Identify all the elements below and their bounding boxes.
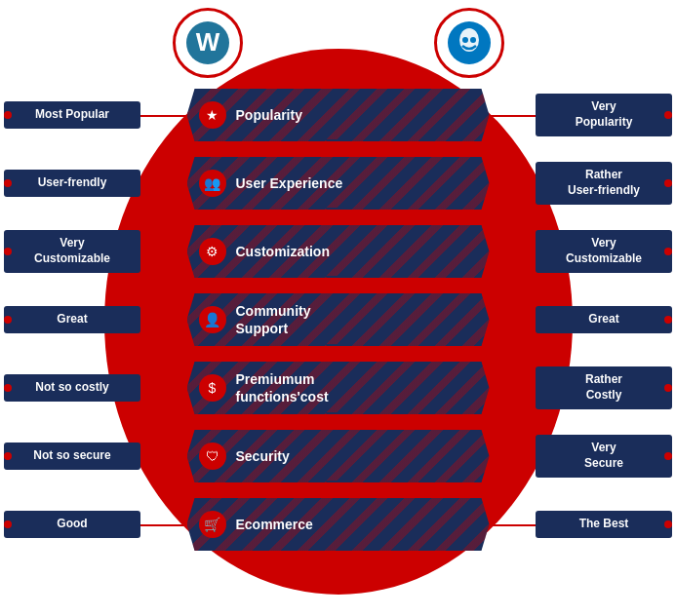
band-icon-user-experience: 👥: [199, 170, 226, 197]
dot-right-security: [664, 452, 672, 460]
band-icon-ecommerce: 🛒: [199, 511, 226, 538]
center-band-popularity: ★Popularity: [187, 89, 490, 141]
left-label-premium-cost: Not so costly: [4, 374, 140, 402]
comparison-row-community-support: GreatGreat👤CommunitySupport: [0, 288, 676, 352]
band-icon-community-support: 👤: [199, 306, 226, 333]
dot-right-user-experience: [664, 179, 672, 187]
arrow-down-community-support: [325, 344, 352, 356]
comparison-row-customization: VeryCustomizableVeryCustomizable⚙Customi…: [0, 219, 676, 284]
band-label-ecommerce: Ecommerce: [236, 516, 313, 533]
band-icon-popularity: ★: [199, 101, 226, 129]
right-label-user-experience: RatherUser-friendly: [536, 162, 672, 204]
dot-left-premium-cost: [4, 384, 12, 392]
center-band-user-experience: 👥User Experience: [187, 157, 490, 210]
left-label-customization: VeryCustomizable: [4, 230, 140, 272]
right-label-customization: VeryCustomizable: [536, 230, 672, 272]
band-icon-customization: ⚙: [199, 238, 226, 265]
left-label-popularity: Most Popular: [4, 101, 140, 129]
center-band-security: 🛡Security: [187, 430, 490, 482]
dot-left-user-experience: [4, 179, 12, 187]
dot-left-customization: [4, 248, 12, 255]
dot-right-customization: [664, 248, 672, 255]
right-label-community-support: Great: [536, 306, 672, 333]
dot-left-ecommerce: [4, 520, 12, 528]
rows-container: Most PopularVeryPopularity★PopularityUse…: [0, 83, 676, 557]
band-label-customization: Customization: [236, 243, 330, 260]
left-label-community-support: Great: [4, 306, 140, 333]
wordpress-logo: W: [173, 8, 243, 78]
arrow-down-premium-cost: [325, 412, 352, 424]
left-label-security: Not so secure: [4, 443, 140, 470]
band-label-community-support: CommunitySupport: [236, 302, 311, 337]
comparison-row-security: Not so secureVerySecure🛡Security: [0, 424, 676, 488]
band-label-security: Security: [236, 447, 290, 465]
comparison-row-popularity: Most PopularVeryPopularity★Popularity: [0, 83, 676, 147]
center-band-community-support: 👤CommunitySupport: [187, 293, 490, 346]
comparison-row-user-experience: User-frendlyRatherUser-friendly👥User Exp…: [0, 151, 676, 215]
band-icon-premium-cost: $: [199, 374, 226, 402]
dot-left-security: [4, 452, 12, 460]
dot-left-community-support: [4, 316, 12, 324]
arrow-down-security: [325, 481, 352, 492]
main-container: W Most PopularVeryPopularity★PopularityU…: [0, 0, 676, 616]
arrow-down-user-experience: [325, 208, 352, 219]
dot-right-premium-cost: [664, 384, 672, 392]
left-label-user-experience: User-frendly: [4, 170, 140, 197]
right-label-ecommerce: The Best: [536, 511, 672, 538]
right-label-premium-cost: RatherCostly: [536, 366, 672, 408]
dot-right-popularity: [664, 111, 672, 119]
center-band-ecommerce: 🛒Ecommerce: [187, 498, 490, 551]
left-label-ecommerce: Good: [4, 511, 140, 538]
arrow-down-customization: [325, 276, 352, 288]
logos-row: W: [173, 8, 504, 78]
band-label-premium-cost: Premiumumfunctions'cost: [236, 370, 329, 405]
svg-point-4: [462, 37, 468, 43]
comparison-row-ecommerce: GoodThe Best🛒Ecommerce: [0, 492, 676, 557]
center-band-premium-cost: $Premiumumfunctions'cost: [187, 362, 490, 414]
band-label-popularity: Popularity: [236, 106, 302, 124]
dot-left-popularity: [4, 111, 12, 119]
arrow-down-popularity: [325, 139, 352, 151]
drupal-logo: [434, 8, 504, 78]
dot-right-ecommerce: [664, 520, 672, 528]
band-label-user-experience: User Experience: [236, 174, 343, 192]
right-label-popularity: VeryPopularity: [536, 94, 672, 135]
svg-point-5: [470, 37, 476, 43]
center-band-customization: ⚙Customization: [187, 225, 490, 278]
svg-text:W: W: [195, 27, 219, 57]
band-icon-security: 🛡: [199, 443, 226, 470]
comparison-row-premium-cost: Not so costlyRatherCostly$Premiumumfunct…: [0, 356, 676, 420]
dot-right-community-support: [664, 316, 672, 324]
right-label-security: VerySecure: [536, 435, 672, 477]
